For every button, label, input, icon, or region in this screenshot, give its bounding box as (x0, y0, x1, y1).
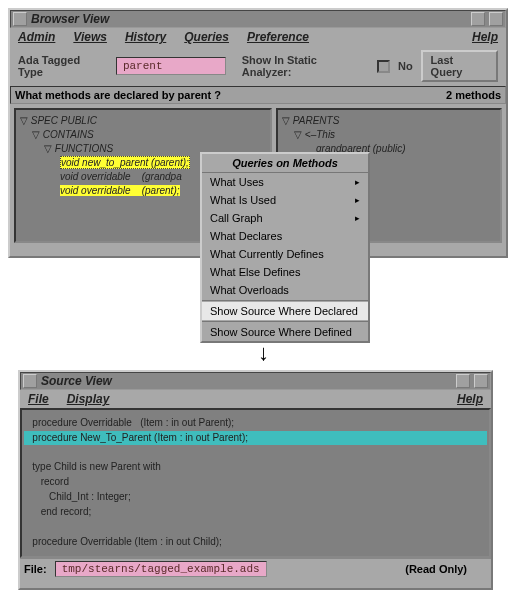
menu-history[interactable]: History (125, 30, 166, 44)
window-menu-button[interactable] (23, 374, 37, 388)
submenu-arrow-icon: ▸ (355, 177, 360, 187)
no-label: No (398, 60, 413, 72)
ctx-currently-defines[interactable]: What Currently Defines (202, 245, 368, 263)
maximize-button[interactable] (474, 374, 488, 388)
menu-display[interactable]: Display (67, 392, 110, 406)
ctx-call-graph[interactable]: Call Graph▸ (202, 209, 368, 227)
type-input[interactable]: parent (116, 57, 226, 75)
tree-spec-public[interactable]: SPEC PUBLIC (20, 114, 266, 128)
src-line: type Child is new Parent with (24, 461, 161, 472)
menu-admin[interactable]: Admin (18, 30, 55, 44)
src-line: Child_Int : Integer; (24, 491, 131, 502)
show-analyzer-label: Show In Static Analyzer: (242, 54, 369, 78)
query-text: What methods are declared by parent ? (15, 89, 221, 101)
read-only-label: (Read Only) (405, 563, 467, 575)
tree-parents[interactable]: PARENTS (282, 114, 496, 128)
browser-title: Browser View (31, 12, 467, 26)
window-menu-button[interactable] (13, 12, 27, 26)
browser-toolbar: Ada Tagged Type parent Show In Static An… (10, 46, 506, 86)
submenu-arrow-icon: ▸ (355, 213, 360, 223)
ctx-show-source-declared[interactable]: Show Source Where Declared (202, 302, 368, 320)
menu-preference[interactable]: Preference (247, 30, 309, 44)
last-query-button[interactable]: Last Query (421, 50, 498, 82)
menu-help[interactable]: Help (472, 30, 498, 44)
src-line: record (24, 476, 69, 487)
ctx-overloads[interactable]: What Overloads (202, 281, 368, 299)
menu-file[interactable]: File (28, 392, 49, 406)
show-analyzer-checkbox[interactable] (377, 60, 390, 73)
maximize-button[interactable] (489, 12, 503, 26)
source-statusbar: File: tmp/stearns/tagged_example.ads (Re… (20, 558, 491, 578)
src-line-highlight: procedure New_To_Parent (Item : in out P… (24, 431, 487, 445)
ctx-what-uses[interactable]: What Uses▸ (202, 173, 368, 191)
submenu-arrow-icon: ▸ (355, 195, 360, 205)
minimize-button[interactable] (456, 374, 470, 388)
file-label: File: (24, 563, 47, 575)
ctx-show-source-defined[interactable]: Show Source Where Defined (202, 323, 368, 341)
ctx-what-declares[interactable]: What Declares (202, 227, 368, 245)
ctx-title: Queries on Methods (202, 154, 368, 173)
file-path[interactable]: tmp/stearns/tagged_example.ads (55, 561, 267, 577)
menu-help[interactable]: Help (457, 392, 483, 406)
src-line: end record; (24, 506, 91, 517)
query-count: 2 methods (446, 89, 501, 101)
browser-menubar: Admin Views History Queries Preference H… (10, 28, 506, 46)
browser-titlebar: Browser View (10, 10, 506, 28)
queries-context-menu: Queries on Methods What Uses▸ What Is Us… (200, 152, 370, 343)
menu-queries[interactable]: Queries (184, 30, 229, 44)
ctx-what-is-used[interactable]: What Is Used▸ (202, 191, 368, 209)
source-editor[interactable]: procedure Overridable (Item : in out Par… (20, 408, 491, 558)
source-menubar: File Display Help (20, 390, 491, 408)
src-line: procedure Overridable (Item : in out Chi… (24, 536, 222, 547)
source-titlebar: Source View (20, 372, 491, 390)
query-row: What methods are declared by parent ? 2 … (10, 86, 506, 104)
tree-contains[interactable]: CONTAINS (20, 128, 266, 142)
menu-views[interactable]: Views (73, 30, 107, 44)
flow-arrow-icon: ↓ (258, 340, 269, 366)
minimize-button[interactable] (471, 12, 485, 26)
tree-this[interactable]: <–This (282, 128, 496, 142)
type-label: Ada Tagged Type (18, 54, 108, 78)
source-title: Source View (41, 374, 452, 388)
src-line: procedure Overridable (Item : in out Par… (24, 417, 234, 428)
ctx-else-defines[interactable]: What Else Defines (202, 263, 368, 281)
